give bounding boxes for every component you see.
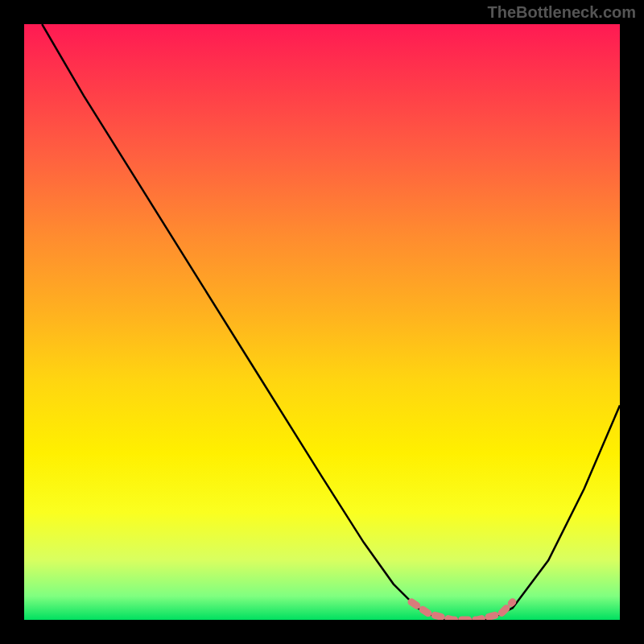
watermark-text: TheBottleneck.com bbox=[488, 3, 636, 22]
chart-plot-area bbox=[24, 24, 620, 620]
bottleneck-curve-path bbox=[42, 24, 620, 620]
optimal-zone-path bbox=[411, 602, 513, 620]
chart-svg bbox=[24, 24, 620, 620]
